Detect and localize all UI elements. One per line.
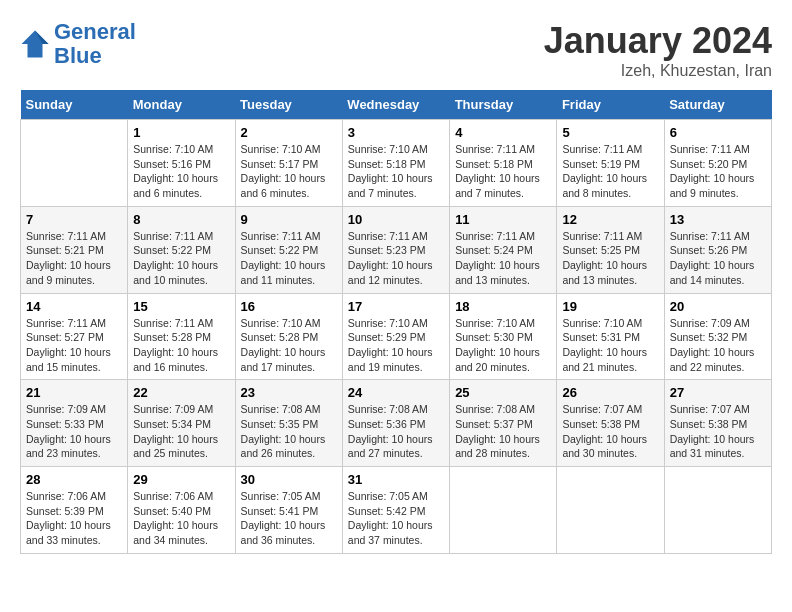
day-number: 20	[670, 299, 766, 314]
day-number: 13	[670, 212, 766, 227]
day-number: 14	[26, 299, 122, 314]
day-info: Sunrise: 7:11 AM Sunset: 5:19 PM Dayligh…	[562, 142, 658, 201]
day-number: 9	[241, 212, 337, 227]
day-info: Sunrise: 7:09 AM Sunset: 5:33 PM Dayligh…	[26, 402, 122, 461]
day-number: 30	[241, 472, 337, 487]
day-info: Sunrise: 7:10 AM Sunset: 5:17 PM Dayligh…	[241, 142, 337, 201]
column-header-thursday: Thursday	[450, 90, 557, 120]
day-number: 11	[455, 212, 551, 227]
column-header-wednesday: Wednesday	[342, 90, 449, 120]
day-number: 17	[348, 299, 444, 314]
day-number: 4	[455, 125, 551, 140]
calendar-cell: 24Sunrise: 7:08 AM Sunset: 5:36 PM Dayli…	[342, 380, 449, 467]
day-info: Sunrise: 7:11 AM Sunset: 5:21 PM Dayligh…	[26, 229, 122, 288]
day-number: 16	[241, 299, 337, 314]
calendar-cell: 7Sunrise: 7:11 AM Sunset: 5:21 PM Daylig…	[21, 206, 128, 293]
month-title: January 2024	[544, 20, 772, 62]
column-header-friday: Friday	[557, 90, 664, 120]
logo: General Blue	[20, 20, 136, 68]
calendar-cell	[21, 120, 128, 207]
day-info: Sunrise: 7:11 AM Sunset: 5:25 PM Dayligh…	[562, 229, 658, 288]
week-row-3: 14Sunrise: 7:11 AM Sunset: 5:27 PM Dayli…	[21, 293, 772, 380]
day-info: Sunrise: 7:10 AM Sunset: 5:18 PM Dayligh…	[348, 142, 444, 201]
calendar-cell: 6Sunrise: 7:11 AM Sunset: 5:20 PM Daylig…	[664, 120, 771, 207]
day-number: 24	[348, 385, 444, 400]
calendar-cell: 4Sunrise: 7:11 AM Sunset: 5:18 PM Daylig…	[450, 120, 557, 207]
day-number: 2	[241, 125, 337, 140]
calendar-cell: 14Sunrise: 7:11 AM Sunset: 5:27 PM Dayli…	[21, 293, 128, 380]
day-info: Sunrise: 7:11 AM Sunset: 5:26 PM Dayligh…	[670, 229, 766, 288]
calendar-cell: 16Sunrise: 7:10 AM Sunset: 5:28 PM Dayli…	[235, 293, 342, 380]
week-row-4: 21Sunrise: 7:09 AM Sunset: 5:33 PM Dayli…	[21, 380, 772, 467]
day-info: Sunrise: 7:11 AM Sunset: 5:18 PM Dayligh…	[455, 142, 551, 201]
day-info: Sunrise: 7:10 AM Sunset: 5:28 PM Dayligh…	[241, 316, 337, 375]
day-number: 21	[26, 385, 122, 400]
day-number: 15	[133, 299, 229, 314]
calendar-cell: 17Sunrise: 7:10 AM Sunset: 5:29 PM Dayli…	[342, 293, 449, 380]
week-row-2: 7Sunrise: 7:11 AM Sunset: 5:21 PM Daylig…	[21, 206, 772, 293]
day-info: Sunrise: 7:09 AM Sunset: 5:32 PM Dayligh…	[670, 316, 766, 375]
day-info: Sunrise: 7:10 AM Sunset: 5:16 PM Dayligh…	[133, 142, 229, 201]
calendar-cell: 9Sunrise: 7:11 AM Sunset: 5:22 PM Daylig…	[235, 206, 342, 293]
day-info: Sunrise: 7:05 AM Sunset: 5:41 PM Dayligh…	[241, 489, 337, 548]
calendar-cell: 31Sunrise: 7:05 AM Sunset: 5:42 PM Dayli…	[342, 467, 449, 554]
day-info: Sunrise: 7:11 AM Sunset: 5:27 PM Dayligh…	[26, 316, 122, 375]
calendar-cell	[450, 467, 557, 554]
day-info: Sunrise: 7:11 AM Sunset: 5:22 PM Dayligh…	[133, 229, 229, 288]
day-info: Sunrise: 7:06 AM Sunset: 5:39 PM Dayligh…	[26, 489, 122, 548]
calendar-cell: 2Sunrise: 7:10 AM Sunset: 5:17 PM Daylig…	[235, 120, 342, 207]
logo-line2: Blue	[54, 43, 102, 68]
calendar-cell: 26Sunrise: 7:07 AM Sunset: 5:38 PM Dayli…	[557, 380, 664, 467]
day-number: 19	[562, 299, 658, 314]
day-number: 27	[670, 385, 766, 400]
logo-line1: General	[54, 19, 136, 44]
calendar-cell: 30Sunrise: 7:05 AM Sunset: 5:41 PM Dayli…	[235, 467, 342, 554]
calendar-table: SundayMondayTuesdayWednesdayThursdayFrid…	[20, 90, 772, 554]
day-number: 26	[562, 385, 658, 400]
day-info: Sunrise: 7:08 AM Sunset: 5:36 PM Dayligh…	[348, 402, 444, 461]
day-number: 31	[348, 472, 444, 487]
header-row: SundayMondayTuesdayWednesdayThursdayFrid…	[21, 90, 772, 120]
day-info: Sunrise: 7:11 AM Sunset: 5:22 PM Dayligh…	[241, 229, 337, 288]
calendar-cell: 19Sunrise: 7:10 AM Sunset: 5:31 PM Dayli…	[557, 293, 664, 380]
calendar-header: SundayMondayTuesdayWednesdayThursdayFrid…	[21, 90, 772, 120]
column-header-monday: Monday	[128, 90, 235, 120]
column-header-saturday: Saturday	[664, 90, 771, 120]
calendar-body: 1Sunrise: 7:10 AM Sunset: 5:16 PM Daylig…	[21, 120, 772, 554]
calendar-cell: 5Sunrise: 7:11 AM Sunset: 5:19 PM Daylig…	[557, 120, 664, 207]
day-number: 25	[455, 385, 551, 400]
day-info: Sunrise: 7:08 AM Sunset: 5:35 PM Dayligh…	[241, 402, 337, 461]
calendar-cell: 22Sunrise: 7:09 AM Sunset: 5:34 PM Dayli…	[128, 380, 235, 467]
calendar-cell: 13Sunrise: 7:11 AM Sunset: 5:26 PM Dayli…	[664, 206, 771, 293]
day-number: 5	[562, 125, 658, 140]
day-number: 1	[133, 125, 229, 140]
day-number: 22	[133, 385, 229, 400]
day-info: Sunrise: 7:10 AM Sunset: 5:30 PM Dayligh…	[455, 316, 551, 375]
location: Izeh, Khuzestan, Iran	[544, 62, 772, 80]
day-info: Sunrise: 7:07 AM Sunset: 5:38 PM Dayligh…	[670, 402, 766, 461]
column-header-tuesday: Tuesday	[235, 90, 342, 120]
calendar-cell: 3Sunrise: 7:10 AM Sunset: 5:18 PM Daylig…	[342, 120, 449, 207]
day-number: 28	[26, 472, 122, 487]
day-info: Sunrise: 7:11 AM Sunset: 5:20 PM Dayligh…	[670, 142, 766, 201]
calendar-cell	[557, 467, 664, 554]
day-info: Sunrise: 7:06 AM Sunset: 5:40 PM Dayligh…	[133, 489, 229, 548]
day-info: Sunrise: 7:10 AM Sunset: 5:31 PM Dayligh…	[562, 316, 658, 375]
week-row-5: 28Sunrise: 7:06 AM Sunset: 5:39 PM Dayli…	[21, 467, 772, 554]
calendar-cell: 25Sunrise: 7:08 AM Sunset: 5:37 PM Dayli…	[450, 380, 557, 467]
calendar-cell: 15Sunrise: 7:11 AM Sunset: 5:28 PM Dayli…	[128, 293, 235, 380]
logo-text: General Blue	[54, 20, 136, 68]
day-info: Sunrise: 7:11 AM Sunset: 5:23 PM Dayligh…	[348, 229, 444, 288]
calendar-cell: 1Sunrise: 7:10 AM Sunset: 5:16 PM Daylig…	[128, 120, 235, 207]
day-info: Sunrise: 7:11 AM Sunset: 5:28 PM Dayligh…	[133, 316, 229, 375]
day-number: 7	[26, 212, 122, 227]
day-info: Sunrise: 7:07 AM Sunset: 5:38 PM Dayligh…	[562, 402, 658, 461]
day-number: 18	[455, 299, 551, 314]
calendar-cell: 8Sunrise: 7:11 AM Sunset: 5:22 PM Daylig…	[128, 206, 235, 293]
day-number: 3	[348, 125, 444, 140]
day-number: 6	[670, 125, 766, 140]
day-info: Sunrise: 7:05 AM Sunset: 5:42 PM Dayligh…	[348, 489, 444, 548]
calendar-cell: 20Sunrise: 7:09 AM Sunset: 5:32 PM Dayli…	[664, 293, 771, 380]
day-info: Sunrise: 7:09 AM Sunset: 5:34 PM Dayligh…	[133, 402, 229, 461]
day-number: 23	[241, 385, 337, 400]
